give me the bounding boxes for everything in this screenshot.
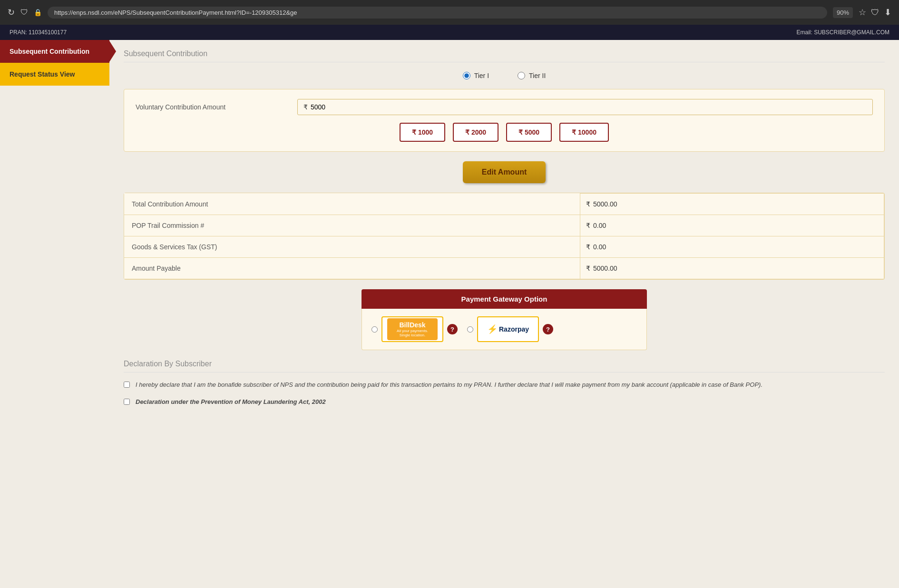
billdesk-name: BillDesk: [399, 321, 425, 329]
quick-amount-5000[interactable]: ₹ 5000: [506, 123, 552, 142]
pg-options: BillDesk All your payments. Single locat…: [362, 309, 647, 350]
tier2-radio[interactable]: [518, 72, 525, 79]
shield-icon: 🛡: [20, 8, 28, 17]
quick-amounts: ₹ 1000 ₹ 2000 ₹ 5000 ₹ 10000: [136, 123, 873, 142]
razorpay-icon: ⚡: [487, 324, 498, 334]
razorpay-option[interactable]: ⚡ Razorpay ?: [467, 316, 553, 342]
summary-value-2: ₹ 0.00: [580, 236, 884, 258]
browser-chrome: ↻ 🛡 🔒 https://enps.nsdl.com/eNPS/Subsequ…: [0, 0, 899, 25]
amount-value-2: 0.00: [593, 243, 606, 251]
summary-value-3: ₹ 5000.00: [580, 258, 884, 279]
decl-checkbox-0[interactable]: [124, 382, 130, 388]
quick-amount-2000[interactable]: ₹ 2000: [453, 123, 498, 142]
amount-value-0: 5000.00: [593, 200, 617, 208]
contribution-form: Voluntary Contribution Amount ₹ ₹ 1000 ₹…: [124, 89, 885, 152]
page-header: PRAN: 110345100177 Email: SUBSCRIBER@GMA…: [0, 25, 899, 40]
summary-table: Total Contribution Amount ₹ 5000.00 POP …: [124, 193, 884, 279]
summary-row-2: Goods & Services Tax (GST) ₹ 0.00: [124, 236, 884, 258]
email-info: Email: SUBSCRIBER@GMAIL.COM: [796, 29, 889, 36]
sidebar: Subsequent Contribution Request Status V…: [0, 40, 109, 588]
download-icon[interactable]: ⬇: [884, 7, 891, 18]
reload-icon[interactable]: ↻: [8, 7, 15, 18]
quick-amount-10000[interactable]: ₹ 10000: [559, 123, 609, 142]
quick-amount-1000[interactable]: ₹ 1000: [400, 123, 445, 142]
payment-gateway-section: Payment Gateway Option BillDesk All your…: [124, 289, 885, 350]
tier2-option[interactable]: Tier II: [518, 72, 546, 79]
voluntary-contribution-field[interactable]: [311, 103, 867, 111]
address-bar[interactable]: https://enps.nsdl.com/eNPS/SubsequentCon…: [48, 7, 827, 19]
pran-info: PRAN: 110345100177: [10, 29, 67, 36]
declaration-item-0: I hereby declare that I am the bonafide …: [124, 380, 885, 390]
browser-actions: ☆ 🛡 ⬇: [859, 7, 891, 18]
content-area: Subsequent Contribution Tier I Tier II V…: [109, 40, 899, 588]
razorpay-radio[interactable]: [467, 326, 473, 333]
summary-value-0: ₹ 5000.00: [580, 194, 884, 215]
declaration-item-1: Declaration under the Prevention of Mone…: [124, 397, 885, 407]
summary-label-1: POP Trail Commission #: [124, 215, 580, 236]
razorpay-help-icon[interactable]: ?: [543, 324, 553, 334]
lock-icon: 🔒: [34, 9, 42, 16]
razorpay-logo: ⚡ Razorpay: [487, 324, 529, 334]
billdesk-help-icon[interactable]: ?: [447, 324, 458, 334]
voluntary-contribution-row: Voluntary Contribution Amount ₹: [136, 99, 873, 115]
amount-value-1: 0.00: [593, 222, 606, 229]
rupee-symbol-0: ₹: [586, 200, 590, 208]
razorpay-name: Razorpay: [499, 325, 529, 333]
decl-text-1: Declaration under the Prevention of Mone…: [136, 397, 326, 407]
billdesk-radio[interactable]: [371, 326, 378, 333]
decl-text-0: I hereby declare that I am the bonafide …: [136, 380, 762, 390]
billdesk-logo-box[interactable]: BillDesk All your payments. Single locat…: [381, 316, 443, 342]
section-title: Subsequent Contribution: [124, 49, 885, 62]
edit-amount-button[interactable]: Edit Amount: [463, 161, 546, 183]
sidebar-item-label: Subsequent Contribution: [10, 48, 89, 55]
tier-selection: Tier I Tier II: [124, 72, 885, 79]
summary-label-2: Goods & Services Tax (GST): [124, 236, 580, 258]
billdesk-tagline: All your payments. Single location.: [392, 329, 433, 337]
star-icon[interactable]: ☆: [859, 7, 866, 18]
sidebar-item-subsequent-contribution[interactable]: Subsequent Contribution: [0, 40, 109, 63]
zoom-level: 90%: [833, 7, 853, 18]
sidebar-item-label: Request Status View: [10, 70, 75, 78]
shield-ext-icon: 🛡: [871, 8, 879, 18]
decl-checkbox-1[interactable]: [124, 399, 130, 405]
pg-header: Payment Gateway Option: [362, 289, 647, 309]
declaration-items: I hereby declare that I am the bonafide …: [124, 380, 885, 406]
summary-value-1: ₹ 0.00: [580, 215, 884, 236]
summary-row-1: POP Trail Commission # ₹ 0.00: [124, 215, 884, 236]
tier1-option[interactable]: Tier I: [463, 72, 489, 79]
voluntary-contribution-label: Voluntary Contribution Amount: [136, 103, 297, 111]
summary-row-3: Amount Payable ₹ 5000.00: [124, 258, 884, 279]
declaration-section: Declaration By Subscriber I hereby decla…: [124, 360, 885, 406]
voluntary-contribution-input-wrapper: ₹: [297, 99, 873, 115]
url-text: https://enps.nsdl.com/eNPS/SubsequentCon…: [54, 9, 297, 16]
tier1-radio[interactable]: [463, 72, 470, 79]
amount-value-3: 5000.00: [593, 265, 617, 272]
tier1-label: Tier I: [474, 72, 489, 79]
summary-label-3: Amount Payable: [124, 258, 580, 279]
summary-row-0: Total Contribution Amount ₹ 5000.00: [124, 194, 884, 215]
rupee-symbol: ₹: [303, 103, 308, 111]
billdesk-logo: BillDesk All your payments. Single locat…: [387, 318, 438, 340]
declaration-title: Declaration By Subscriber: [124, 360, 885, 372]
main-layout: Subsequent Contribution Request Status V…: [0, 40, 899, 588]
sidebar-item-request-status[interactable]: Request Status View: [0, 63, 109, 86]
rupee-symbol-3: ₹: [586, 265, 590, 272]
tier2-label: Tier II: [529, 72, 546, 79]
billdesk-option[interactable]: BillDesk All your payments. Single locat…: [371, 316, 458, 342]
edit-amount-container: Edit Amount: [124, 161, 885, 183]
rupee-symbol-1: ₹: [586, 222, 590, 229]
summary-label-0: Total Contribution Amount: [124, 194, 580, 215]
summary-section: Total Contribution Amount ₹ 5000.00 POP …: [124, 193, 885, 280]
rupee-symbol-2: ₹: [586, 243, 590, 251]
razorpay-logo-box[interactable]: ⚡ Razorpay: [477, 316, 539, 342]
